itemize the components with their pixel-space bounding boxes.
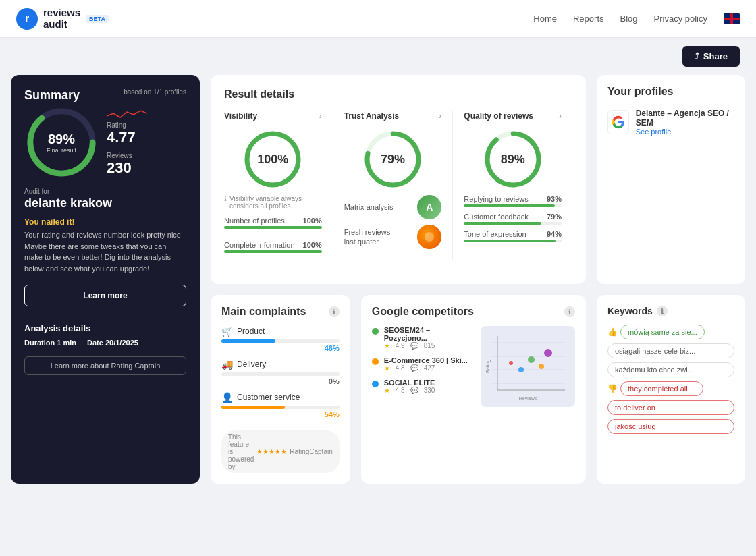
trust-chevron[interactable]: › [439, 111, 441, 121]
trust-label: Trust Analysis [344, 111, 400, 121]
summary-panel: Summary based on 1/1 profiles 89% Final … [11, 75, 200, 484]
comp-1-reviews: 815 [424, 342, 435, 350]
header: r reviewsaudit BETA Home Reports Blog Pr… [0, 0, 756, 38]
nailed-title: You nailed it! [24, 217, 186, 227]
trust-col: Trust Analysis › 79% Matrix analysis [333, 111, 454, 260]
analysis-title: Analysis details [24, 323, 186, 333]
keyword-4[interactable]: they completed all ... [620, 381, 703, 396]
trust-pct: 79% [381, 152, 405, 167]
svg-text:Rating: Rating [485, 360, 491, 373]
learn-captain-button[interactable]: Learn more about Rating Captain [24, 356, 186, 375]
competitor-1-name: SEOSEM24 – Pozycjono... [384, 326, 473, 342]
reviews-value: 230 [107, 159, 147, 177]
svg-text:Reviews: Reviews [519, 396, 537, 401]
result-details-panel: Result details Visibility › 100% [211, 75, 586, 284]
comp-2-reviews: 427 [424, 364, 435, 372]
metric-tone: Tone of expression 94% [464, 230, 562, 242]
product-name: Product [237, 327, 265, 336]
share-bar: ⤴ Share [0, 38, 756, 75]
competitors-title: Google competitors [372, 306, 474, 318]
main-nav: Home Reports Blog Privacy policy [533, 13, 740, 24]
visibility-chevron[interactable]: › [319, 111, 322, 121]
service-icon: 👤 [221, 392, 233, 403]
svg-point-19 [509, 361, 513, 365]
final-score-donut: 89% Final result [24, 105, 99, 179]
competitors-panel: Google competitors ℹ SEOSEM24 – Pozycjon… [361, 295, 586, 484]
competitor-2: E-Commerce 360 | Ski... ★ 4.8 💬 427 [372, 356, 473, 372]
product-pct: 46% [221, 344, 340, 352]
rating-label: Rating [107, 121, 147, 129]
complaint-delivery: 🚚 Delivery 0% [221, 359, 340, 385]
complaints-info[interactable]: ℹ [329, 306, 340, 317]
nav-reports[interactable]: Reports [573, 13, 604, 24]
bottom-content: Main complaints ℹ 🛒 Product 46% 🚚 Delive… [211, 295, 586, 484]
service-pct: 54% [221, 410, 340, 418]
competitor-1-dot [372, 328, 379, 335]
main-content: Summary based on 1/1 profiles 89% Final … [0, 75, 756, 495]
keyword-2[interactable]: osiągali nasze cele biz... [608, 343, 734, 358]
logo: r reviewsaudit BETA [16, 7, 109, 30]
comp-1-rating: 4.9 [396, 342, 405, 350]
duration-item: Duration 1 min [24, 339, 76, 347]
powered-by: This feature is powered by ★★★★★ RatingC… [221, 430, 340, 473]
comp-2-rating: 4.8 [396, 364, 405, 372]
profile-name: Delante – Agencja SEO / SEM [636, 109, 734, 128]
delivery-icon: 🚚 [221, 359, 233, 370]
competitors-info[interactable]: ℹ [564, 306, 575, 317]
chat-icon: 💬 [410, 342, 418, 350]
reviews-label: Reviews [107, 152, 147, 159]
quality-col: Quality of reviews › 89% R [453, 111, 572, 260]
google-logo [608, 110, 629, 134]
language-flag[interactable] [724, 13, 740, 24]
see-profile-link[interactable]: See profile [636, 128, 734, 136]
nav-privacy[interactable]: Privacy policy [654, 13, 707, 24]
visibility-note: ℹ Visibility variable always considers a… [224, 195, 322, 210]
keyword-3[interactable]: każdemu kto chce zwi... [608, 362, 734, 377]
svg-point-16 [539, 364, 544, 369]
profile-item: Delante – Agencja SEO / SEM See profile [608, 109, 734, 136]
analysis-details: Analysis details Duration 1 min Date 20/… [24, 312, 186, 375]
keywords-info[interactable]: ℹ [657, 306, 668, 316]
keywords-title-text: Keywords [608, 306, 653, 316]
complaint-product: 🛒 Product 46% [221, 326, 340, 352]
visibility-pct: 100% [257, 152, 288, 167]
keyword-1[interactable]: mówią same za sie... [620, 325, 705, 339]
svg-point-18 [544, 349, 552, 357]
nailed-text: Your rating and reviews number look pret… [24, 229, 186, 274]
class-badge: A [417, 195, 441, 219]
star-icon: ★ [384, 342, 390, 350]
summary-title: Summary [24, 88, 80, 103]
complaints-panel: Main complaints ℹ 🛒 Product 46% 🚚 Delive… [211, 295, 350, 484]
share-icon: ⤴ [695, 51, 699, 61]
quality-label: Quality of reviews [464, 111, 533, 121]
learn-more-button[interactable]: Learn more [24, 285, 186, 306]
visibility-circle: 100% [242, 129, 303, 190]
fresh-reviews-item: Fresh reviews last quater [344, 225, 442, 249]
final-score-pct: 89% [47, 132, 76, 147]
complaint-customer-service: 👤 Customer service 54% [221, 392, 340, 418]
delivery-pct: 0% [221, 377, 340, 385]
product-icon: 🛒 [221, 326, 233, 337]
visibility-label: Visibility [224, 111, 257, 121]
trust-circle: 79% [362, 129, 423, 190]
service-name: Customer service [237, 393, 300, 402]
mini-chart [107, 108, 147, 121]
profiles-list: Delante – Agencja SEO / SEM See profile [608, 109, 734, 136]
delivery-name: Delivery [237, 360, 266, 369]
keyword-tags: 👍 mówią same za sie... osiągali nasze ce… [608, 325, 734, 434]
profiles-panel: Your profiles Delante – Agencja SEO / SE… [597, 75, 745, 284]
competitor-3: SOCIAL ELITE ★ 4.8 💬 330 [372, 379, 473, 394]
competitor-3-dot [372, 381, 379, 387]
comp-3-rating: 4.8 [396, 387, 405, 394]
quality-pct: 89% [501, 152, 525, 167]
nav-home[interactable]: Home [533, 13, 557, 24]
nav-blog[interactable]: Blog [620, 13, 638, 24]
share-button[interactable]: ⤴ Share [682, 46, 740, 67]
keyword-6[interactable]: jakość usług [608, 419, 734, 434]
thumbs-up-icon: 👍 [608, 327, 618, 337]
competitor-1: SEOSEM24 – Pozycjono... ★ 4.9 💬 815 [372, 326, 473, 350]
beta-badge: BETA [86, 15, 109, 23]
final-score-label: Final result [47, 147, 76, 154]
keyword-5[interactable]: to deliver on [608, 400, 734, 415]
quality-chevron[interactable]: › [559, 111, 562, 121]
